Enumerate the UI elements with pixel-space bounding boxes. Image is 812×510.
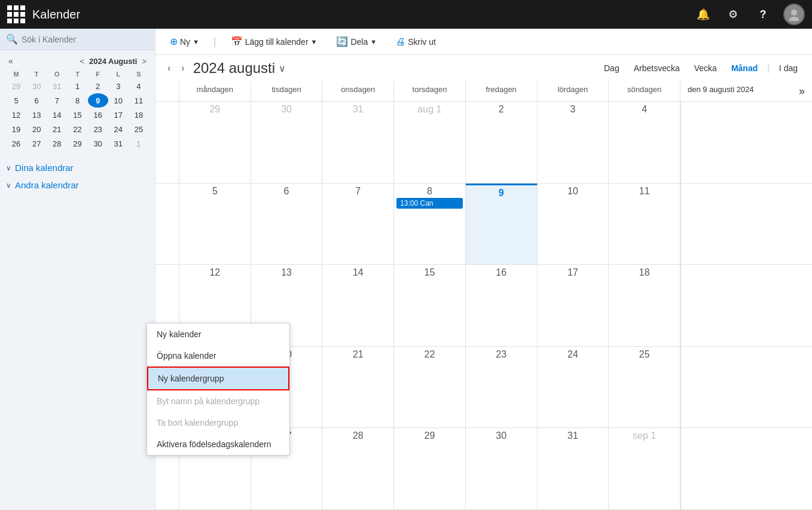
group-my-calendars[interactable]: ∨ Dina kalendrar xyxy=(6,160,149,175)
mini-cal-day-1-4[interactable]: 9 xyxy=(88,93,108,108)
view-dag[interactable]: Dag xyxy=(599,61,624,75)
print-button[interactable]: 🖨 Skriv ut xyxy=(391,34,441,50)
collapse-btn[interactable]: « xyxy=(6,55,16,67)
cal-cell-3-3[interactable]: 22 xyxy=(394,347,466,428)
cal-title[interactable]: 2024 augusti ∨ xyxy=(193,60,286,77)
mini-cal-day-1-5[interactable]: 10 xyxy=(108,93,129,108)
cal-cell-3-4[interactable]: 23 xyxy=(466,347,538,428)
gear-icon[interactable]: ⚙ xyxy=(724,5,743,24)
cal-cell-2-6[interactable]: 18 xyxy=(609,265,680,346)
cal-cell-1-0[interactable]: 5 xyxy=(179,184,251,265)
app-grid-icon[interactable] xyxy=(7,5,25,23)
add-calendar-button[interactable]: 📅 Lägg till kalender ▼ xyxy=(226,33,322,50)
mini-cal-day-2-0[interactable]: 12 xyxy=(6,108,26,122)
mini-cal-day-2-6[interactable]: 18 xyxy=(129,108,149,122)
mini-cal-day-0-5[interactable]: 3 xyxy=(108,79,129,93)
cal-cell-1-4[interactable]: 9 xyxy=(466,184,538,265)
cal-cell-2-4[interactable]: 16 xyxy=(466,265,538,346)
new-button[interactable]: ⊕ Ny ▼ xyxy=(165,33,204,50)
group-other-calendars[interactable]: ∨ Andra kalendrar xyxy=(6,178,149,193)
mini-cal-day-0-3[interactable]: 1 xyxy=(67,79,87,93)
mini-cal-day-3-5[interactable]: 24 xyxy=(108,122,129,136)
cal-cell-3-2[interactable]: 21 xyxy=(322,347,394,428)
mini-cal-weekday-1: T xyxy=(26,69,47,79)
mini-cal-day-0-0[interactable]: 29 xyxy=(6,79,26,93)
mini-cal-day-3-4[interactable]: 23 xyxy=(88,122,108,136)
calendar-icon: 📅 xyxy=(231,36,243,47)
cal-cell-4-6[interactable]: sep 1 xyxy=(609,428,680,509)
search-input[interactable] xyxy=(22,35,149,44)
mini-cal-day-2-2[interactable]: 14 xyxy=(47,108,67,122)
cal-cell-1-2[interactable]: 7 xyxy=(322,184,394,265)
mini-calendar: « < 2024 Augusti > MTOTFLS 2930311234567… xyxy=(0,50,155,155)
mini-cal-day-2-3[interactable]: 15 xyxy=(67,108,87,122)
mini-cal-day-0-2[interactable]: 31 xyxy=(47,79,67,93)
cal-cell-1-5[interactable]: 10 xyxy=(538,184,609,265)
cal-event-1-3[interactable]: 13:00 Can xyxy=(396,198,463,209)
cal-cell-0-3[interactable]: aug 1 xyxy=(394,102,466,183)
mini-cal-day-1-2[interactable]: 7 xyxy=(47,93,67,108)
cal-cell-3-6[interactable]: 25 xyxy=(609,347,680,428)
mini-cal-next[interactable]: > xyxy=(139,56,149,67)
mini-cal-day-1-3[interactable]: 8 xyxy=(67,93,87,108)
mini-cal-day-0-6[interactable]: 4 xyxy=(129,79,149,93)
mini-cal-day-3-6[interactable]: 25 xyxy=(129,122,149,136)
mini-cal-day-1-1[interactable]: 6 xyxy=(26,93,47,108)
mini-cal-day-4-5[interactable]: 31 xyxy=(108,136,129,151)
cal-cell-0-6[interactable]: 4 xyxy=(609,102,680,183)
cal-cell-0-0[interactable]: 29 xyxy=(179,102,251,183)
mini-cal-weekday-0: M xyxy=(6,69,26,79)
mini-cal-day-2-1[interactable]: 13 xyxy=(26,108,47,122)
mini-cal-day-1-0[interactable]: 5 xyxy=(6,93,26,108)
mini-cal-day-4-1[interactable]: 27 xyxy=(26,136,47,151)
cal-cell-0-5[interactable]: 3 xyxy=(538,102,609,183)
right-panel-expand[interactable]: » xyxy=(799,85,805,97)
mini-cal-day-3-1[interactable]: 20 xyxy=(26,122,47,136)
context-menu-item-1[interactable]: Öppna kalender xyxy=(147,345,289,367)
cal-cell-2-5[interactable]: 17 xyxy=(538,265,609,346)
view-vecka[interactable]: Vecka xyxy=(689,61,722,75)
cal-cell-0-1[interactable]: 30 xyxy=(251,102,323,183)
cal-cell-2-2[interactable]: 14 xyxy=(322,265,394,346)
context-menu-item-2[interactable]: Ny kalendergrupp xyxy=(147,367,289,390)
view-arbetsvecka[interactable]: Arbetsvecka xyxy=(629,61,685,75)
cal-cell-1-1[interactable]: 6 xyxy=(251,184,323,265)
mini-cal-day-4-0[interactable]: 26 xyxy=(6,136,26,151)
cal-cell-0-2[interactable]: 31 xyxy=(322,102,394,183)
mini-cal-day-0-1[interactable]: 30 xyxy=(26,79,47,93)
cell-date-1-6: 11 xyxy=(611,186,677,197)
mini-cal-day-3-2[interactable]: 21 xyxy=(47,122,67,136)
cal-next-btn[interactable]: › xyxy=(179,60,187,76)
view-idag[interactable]: I dag xyxy=(774,61,802,75)
cal-cell-2-3[interactable]: 15 xyxy=(394,265,466,346)
new-label: Ny xyxy=(180,37,190,47)
share-button[interactable]: 🔄 Dela ▼ xyxy=(331,33,381,50)
mini-cal-nav-arrows: < 2024 Augusti > xyxy=(77,56,149,67)
mini-cal-day-2-5[interactable]: 17 xyxy=(108,108,129,122)
mini-cal-day-4-3[interactable]: 29 xyxy=(67,136,87,151)
cal-cell-3-5[interactable]: 24 xyxy=(538,347,609,428)
mini-cal-day-4-4[interactable]: 30 xyxy=(88,136,108,151)
mini-cal-day-0-4[interactable]: 2 xyxy=(88,79,108,93)
cal-cell-1-3[interactable]: 813:00 Can xyxy=(394,184,466,265)
mini-cal-prev[interactable]: < xyxy=(77,56,87,67)
cal-cell-4-2[interactable]: 28 xyxy=(322,428,394,509)
mini-cal-day-1-6[interactable]: 11 xyxy=(129,93,149,108)
view-manad[interactable]: Månad xyxy=(726,61,762,75)
context-menu-item-5[interactable]: Aktivera födelsedagskalendern xyxy=(147,433,289,455)
mini-cal-day-3-0[interactable]: 19 xyxy=(6,122,26,136)
mini-cal-day-3-3[interactable]: 22 xyxy=(67,122,87,136)
cal-cell-4-4[interactable]: 30 xyxy=(466,428,538,509)
mini-cal-day-4-6[interactable]: 1 xyxy=(129,136,149,151)
cal-prev-btn[interactable]: ‹ xyxy=(165,60,173,76)
context-menu-item-0[interactable]: Ny kalender xyxy=(147,323,289,345)
mini-cal-day-2-4[interactable]: 16 xyxy=(88,108,108,122)
help-icon[interactable]: ? xyxy=(753,5,773,24)
cal-cell-4-3[interactable]: 29 xyxy=(394,428,466,509)
avatar[interactable] xyxy=(783,4,805,25)
bell-icon[interactable]: 🔔 xyxy=(694,5,713,24)
mini-cal-day-4-2[interactable]: 28 xyxy=(47,136,67,151)
cal-cell-1-6[interactable]: 11 xyxy=(609,184,680,265)
cal-cell-4-5[interactable]: 31 xyxy=(538,428,609,509)
cal-cell-0-4[interactable]: 2 xyxy=(466,102,538,183)
